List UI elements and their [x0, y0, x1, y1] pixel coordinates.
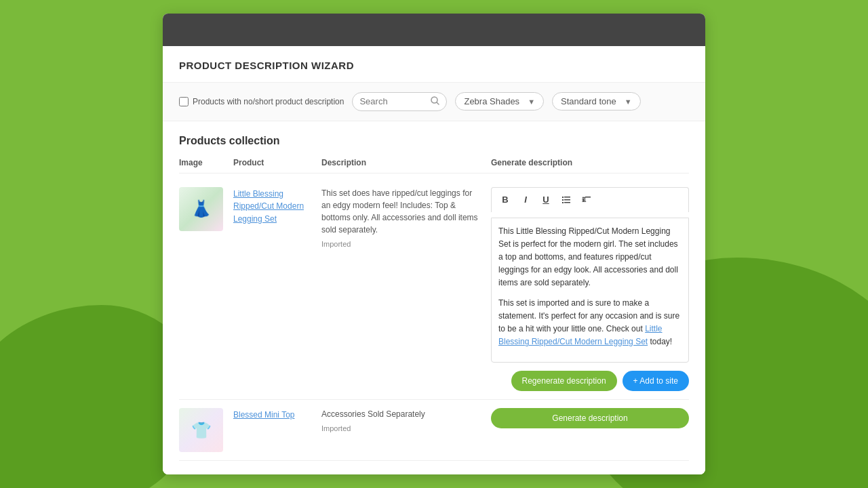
svg-line-1 — [437, 102, 439, 104]
top-bar — [163, 14, 705, 46]
table-row: 👕 Blessed Mini Top Accessories Sold Sepa… — [179, 400, 689, 461]
list-ordered-button[interactable]: 1. ≣ — [578, 192, 595, 208]
action-buttons-1: Regenerate description + Add to site — [491, 371, 689, 391]
product-desc-col-1: This set does have ripped/cut leggings f… — [321, 187, 491, 248]
svg-text:≣: ≣ — [582, 197, 586, 203]
content-area: Products collection Image Product Descri… — [163, 121, 705, 475]
product-link-1[interactable]: Little Blessing Ripped/Cut Modern Leggin… — [233, 189, 304, 224]
search-box — [352, 92, 447, 111]
page-title: PRODUCT DESCRIPTION WIZARD — [179, 60, 689, 71]
list-unordered-button[interactable] — [558, 192, 574, 208]
collection-dropdown[interactable]: Zebra Shades ▼ — [455, 92, 544, 110]
search-icon — [431, 96, 439, 107]
product-description-1: This set does have ripped/cut leggings f… — [321, 187, 491, 236]
tone-dropdown[interactable]: Standard tone ▼ — [552, 92, 641, 110]
svg-rect-4 — [562, 199, 564, 201]
product-thumbnail-2: 👕 — [179, 408, 223, 452]
tone-dropdown-label: Standard tone — [561, 96, 616, 106]
imported-tag-2: Imported — [321, 424, 491, 432]
col-image: Image — [179, 158, 233, 167]
bold-button[interactable]: B — [497, 192, 513, 208]
generate-area-2: Generate description — [491, 408, 689, 428]
imported-tag-1: Imported — [321, 240, 491, 248]
editor-content-1[interactable]: This Little Blessing Ripped/Cut Modern L… — [491, 218, 689, 363]
main-container: PRODUCT DESCRIPTION WIZARD Products with… — [163, 14, 705, 475]
product-thumbnail-1: 👗 — [179, 187, 223, 231]
italic-button[interactable]: I — [517, 192, 534, 208]
filter-checkbox-label[interactable]: Products with no/short product descripti… — [179, 97, 344, 106]
collection-dropdown-label: Zebra Shades — [464, 96, 519, 106]
filter-label: Products with no/short product descripti… — [193, 97, 344, 106]
table-row: 👗 Little Blessing Ripped/Cut Modern Legg… — [179, 179, 689, 401]
underline-button[interactable]: U — [538, 192, 554, 208]
generate-button-2[interactable]: Generate description — [491, 408, 689, 428]
section-title: Products collection — [179, 135, 689, 147]
svg-rect-3 — [564, 197, 570, 198]
product-desc-col-2: Accessories Sold Separately Imported — [321, 408, 491, 432]
col-generate: Generate description — [491, 158, 689, 167]
svg-rect-9 — [585, 197, 591, 198]
product-name-2: Blessed Mini Top — [233, 408, 321, 421]
col-product: Product — [233, 158, 321, 167]
chevron-down-icon: ▼ — [625, 98, 632, 106]
chevron-down-icon: ▼ — [528, 98, 535, 106]
add-to-site-button-1[interactable]: + Add to site — [623, 371, 689, 391]
regenerate-button-1[interactable]: Regenerate description — [511, 371, 617, 391]
col-description: Description — [321, 158, 491, 167]
product-name-1: Little Blessing Ripped/Cut Modern Leggin… — [233, 187, 321, 225]
header: PRODUCT DESCRIPTION WIZARD — [163, 46, 705, 83]
svg-rect-6 — [562, 202, 564, 203]
search-input[interactable] — [359, 96, 427, 106]
filter-checkbox[interactable] — [179, 97, 189, 106]
svg-rect-2 — [562, 197, 564, 198]
generated-para-2: This set is imported and is sure to make… — [498, 297, 682, 349]
toolbar: Products with no/short product descripti… — [163, 83, 705, 121]
product-image-2: 👕 — [179, 408, 233, 452]
generate-area-1: B I U — [491, 187, 689, 392]
editor-toolbar-1: B I U — [491, 187, 689, 212]
generated-para-1: This Little Blessing Ripped/Cut Modern L… — [498, 225, 682, 290]
product-link-2[interactable]: Blessed Mini Top — [233, 410, 300, 420]
product-image-1: 👗 — [179, 187, 233, 231]
svg-rect-7 — [564, 202, 570, 203]
table-header: Image Product Description Generate descr… — [179, 158, 689, 174]
product-description-2: Accessories Sold Separately — [321, 408, 491, 420]
svg-rect-5 — [564, 199, 570, 201]
